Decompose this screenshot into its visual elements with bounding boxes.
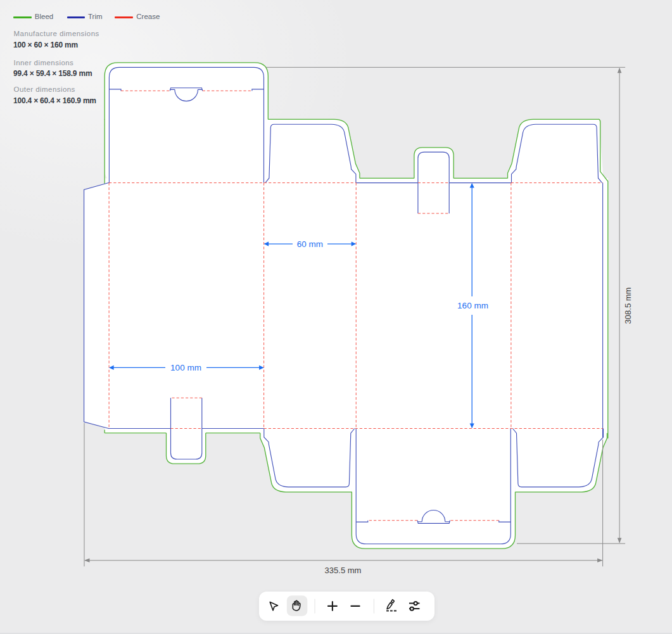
svg-text:100 mm: 100 mm	[170, 363, 201, 372]
svg-text:60 mm: 60 mm	[297, 239, 323, 249]
svg-text:308.5 mm: 308.5 mm	[623, 288, 633, 324]
svg-text:335.5 mm: 335.5 mm	[325, 566, 362, 575]
svg-text:160 mm: 160 mm	[457, 301, 488, 310]
